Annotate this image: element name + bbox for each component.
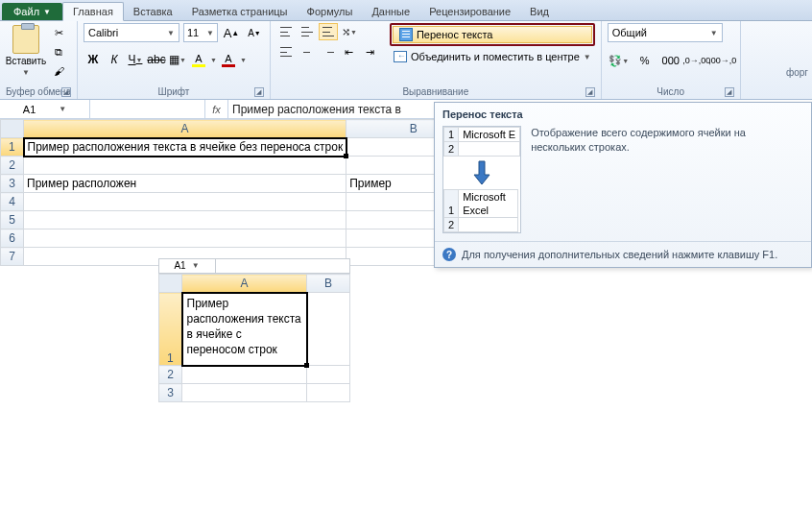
decrease-decimal-button[interactable]: ,00→,0	[711, 50, 734, 71]
italic-button[interactable]: К	[105, 50, 124, 69]
tab-page-layout[interactable]: Разметка страницы	[182, 3, 298, 20]
tooltip-footer: Для получения дополнительных сведений на…	[462, 249, 777, 260]
tab-formulas[interactable]: Формулы	[298, 3, 363, 20]
shrink-font-button[interactable]: A▼	[245, 23, 264, 42]
fill-color-button[interactable]: A	[189, 50, 208, 69]
cell[interactable]	[24, 157, 346, 175]
file-tab-label: Файл	[13, 6, 39, 17]
align-right-button[interactable]	[319, 43, 338, 60]
align-middle-button[interactable]	[298, 23, 317, 40]
fx-icon[interactable]: fx	[205, 100, 228, 118]
row-header[interactable]: 3	[159, 384, 182, 402]
cut-button[interactable]: ✂	[50, 25, 67, 40]
cell[interactable]	[24, 211, 346, 229]
chevron-down-icon: ▼	[179, 57, 186, 63]
chevron-down-icon: ▼	[43, 8, 51, 16]
row-header[interactable]: 1	[159, 293, 182, 366]
decrease-indent-button[interactable]: ⇤	[340, 43, 359, 60]
number-format-combo[interactable]: Общий▼	[608, 23, 723, 42]
dialog-launcher-icon[interactable]: ◢	[585, 87, 595, 97]
bold-button[interactable]: Ж	[84, 50, 103, 69]
wrap-text-icon	[399, 28, 413, 41]
comma-style-button[interactable]: 000	[659, 50, 682, 71]
name-box[interactable]: A1▼	[0, 100, 90, 118]
tab-home[interactable]: Главная	[62, 2, 124, 21]
cell[interactable]	[182, 366, 307, 384]
group-number-title: Число	[657, 86, 684, 97]
tab-view[interactable]: Вид	[520, 3, 559, 20]
cell[interactable]	[307, 366, 350, 384]
group-alignment: ⤭▼ ⇤ ⇥ Перенос текста	[271, 21, 602, 99]
select-all-corner[interactable]	[159, 275, 182, 293]
cell[interactable]	[307, 293, 350, 366]
strike-button[interactable]: abc	[147, 50, 166, 69]
dialog-launcher-icon[interactable]: ◢	[725, 87, 734, 97]
row-header[interactable]: 2	[159, 366, 182, 384]
row-header[interactable]: 7	[1, 248, 24, 266]
font-size-combo[interactable]: 11▼	[183, 23, 218, 42]
format-painter-button[interactable]: 🖌	[50, 63, 67, 79]
cell[interactable]	[182, 384, 307, 402]
align-bottom-button[interactable]	[319, 23, 338, 40]
row-header[interactable]: 4	[1, 193, 24, 211]
tab-data[interactable]: Данные	[362, 3, 419, 20]
chevron-down-icon[interactable]: ▼	[210, 57, 217, 63]
tab-review[interactable]: Рецензирование	[419, 3, 520, 20]
wrap-text-label: Перенос текста	[417, 29, 493, 40]
font-name-combo[interactable]: Calibri▼	[84, 23, 179, 42]
accounting-format-button[interactable]: 💱▼	[608, 50, 631, 71]
select-all-corner[interactable]	[1, 120, 24, 138]
increase-indent-button[interactable]: ⇥	[361, 43, 380, 60]
merge-icon	[394, 51, 407, 62]
paste-icon	[12, 25, 39, 54]
col-header[interactable]: A	[182, 275, 307, 293]
tooltip-title: Перенос текста	[435, 103, 811, 126]
col-header[interactable]: A	[24, 120, 346, 138]
cell[interactable]: Пример расположения текста в ячейке без …	[24, 138, 346, 157]
align-center-button[interactable]	[298, 43, 317, 60]
dialog-launcher-icon[interactable]: ◢	[61, 87, 71, 97]
tab-insert[interactable]: Вставка	[124, 3, 182, 20]
tooltip-description: Отображение всего содержимого ячейки на …	[531, 126, 803, 233]
inset-name-box[interactable]: A1▼	[158, 258, 216, 273]
font-color-button[interactable]: A	[219, 50, 238, 69]
dialog-launcher-icon[interactable]: ◢	[254, 87, 264, 97]
chevron-down-icon: ▼	[206, 29, 214, 37]
merge-center-button[interactable]: Объединить и поместить в центре ▼	[390, 49, 595, 64]
inset-grid[interactable]: A B 1 Пример расположения текста в ячейк…	[158, 274, 350, 402]
underline-button[interactable]: Ч▼	[126, 50, 145, 69]
merge-center-label: Объединить и поместить в центре	[411, 51, 580, 62]
copy-button[interactable]: ⧉	[50, 44, 67, 60]
increase-decimal-button[interactable]: ,0→,00	[685, 50, 708, 71]
chevron-down-icon: ▼	[22, 68, 30, 77]
align-top-button[interactable]	[276, 23, 296, 40]
cell[interactable]	[307, 384, 350, 402]
group-number: Общий▼ 💱▼ % 000 ,0→,00 ,00→,0 Число◢	[602, 21, 741, 99]
grow-font-button[interactable]: A▲	[222, 23, 241, 42]
percent-button[interactable]: %	[633, 50, 657, 71]
chevron-down-icon: ▼	[710, 29, 718, 37]
row-header[interactable]: 6	[1, 229, 24, 248]
borders-button[interactable]: ▦▼	[168, 50, 187, 69]
group-alignment-title: Выравнивание	[402, 86, 468, 97]
row-header[interactable]: 5	[1, 211, 24, 229]
row-header[interactable]: 1	[1, 138, 24, 157]
file-tab[interactable]: Файл ▼	[2, 3, 62, 20]
row-header[interactable]: 3	[1, 175, 24, 193]
chevron-down-icon: ▼	[59, 105, 66, 113]
paste-button[interactable]: Вставить ▼	[6, 23, 46, 85]
cell[interactable]: Пример расположен	[24, 175, 346, 193]
help-icon: ?	[442, 248, 456, 261]
orientation-button[interactable]: ⤭▼	[340, 23, 359, 40]
cell[interactable]	[24, 193, 346, 211]
cell[interactable]	[24, 229, 346, 248]
paste-label: Вставить	[6, 56, 46, 66]
arrow-down-icon	[443, 157, 520, 189]
wrap-text-button[interactable]: Перенос текста	[390, 23, 595, 46]
chevron-down-icon[interactable]: ▼	[240, 57, 247, 63]
cell[interactable]: Пример расположения текста в ячейке с пе…	[182, 293, 307, 366]
group-clipboard: Вставить ▼ ✂ ⧉ 🖌 Буфер обмена◢	[0, 21, 78, 99]
align-left-button[interactable]	[276, 43, 296, 60]
col-header[interactable]: B	[307, 275, 350, 293]
row-header[interactable]: 2	[1, 157, 24, 175]
